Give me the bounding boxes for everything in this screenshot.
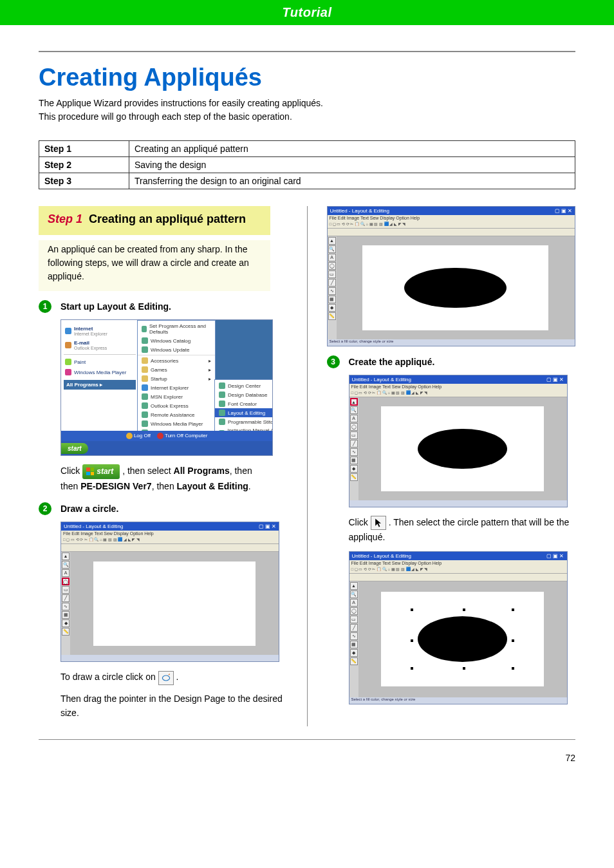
all-programs-item[interactable]: All Programs ▸ bbox=[64, 380, 136, 390]
window-toolbar[interactable]: □ ◻ ▭ ⟲ ⟳ ✂ 📋 🔍 ⌂ ▦ ▧ ▨ 🟦 ◢ ◣ ◤ ◥ bbox=[328, 221, 575, 229]
window-statusbar bbox=[349, 500, 567, 507]
turn-off-button[interactable]: Turn Off Computer bbox=[157, 433, 207, 439]
substep-1-badge: 1 bbox=[39, 300, 51, 313]
window-toolbox: ▲ 🔍 A ◯ ▭ ╱ ∿ ▦ ◆ 📏 bbox=[349, 581, 358, 697]
design-page[interactable] bbox=[93, 561, 256, 646]
step1-body: An appliqué can be created from any shar… bbox=[39, 240, 270, 291]
page-footer: 72 bbox=[0, 740, 614, 776]
substep-3-row: 3 Create the appliqué. bbox=[327, 355, 576, 368]
step-label: Step 3 bbox=[39, 173, 129, 189]
substep-2-badge: 2 bbox=[39, 502, 51, 515]
tool-line[interactable]: ╱ bbox=[62, 594, 70, 602]
step-label: Step 2 bbox=[39, 157, 129, 173]
canvas-area[interactable] bbox=[337, 236, 575, 339]
step1-heading-block: Step 1 Creating an appliqué pattern bbox=[39, 206, 270, 235]
app-screenshot-oval-selected: Untitled - Layout & Editing ▢ ▣ ✕ File E… bbox=[349, 551, 568, 704]
design-page[interactable] bbox=[381, 592, 544, 687]
start-menu-bottom: Log Off Turn Off Computer bbox=[61, 431, 272, 441]
window-controls[interactable]: ▢ ▣ ✕ bbox=[259, 524, 276, 529]
window-toolbar[interactable]: □ ◻ ▭ ⟲ ⟳ ✂ 📋 🔍 ⌂ ▦ ▧ ▨ 🟦 ◢ ◣ ◤ ◥ bbox=[61, 536, 279, 544]
canvas-area[interactable] bbox=[70, 552, 279, 655]
tool-curve[interactable]: ∿ bbox=[62, 603, 70, 610]
right-column: Untitled - Layout & Editing ▢ ▣ ✕ File E… bbox=[327, 206, 576, 726]
window-statusbar bbox=[61, 655, 279, 661]
app-screenshot-oval-drawn: Untitled - Layout & Editing ▢ ▣ ✕ File E… bbox=[327, 206, 576, 346]
step1-heading: Step 1 Creating an appliqué pattern bbox=[48, 212, 261, 226]
tool-pointer[interactable]: ▲ bbox=[62, 552, 70, 560]
taskbar: start bbox=[61, 441, 272, 455]
window-statusbar: Select a fill color, change style or siz… bbox=[328, 339, 575, 346]
substep-3-badge: 3 bbox=[327, 355, 340, 368]
substep-2-row: 2 Draw a circle. bbox=[39, 502, 288, 515]
top-divider bbox=[39, 51, 575, 52]
drawn-oval-selected[interactable] bbox=[418, 616, 507, 662]
window-toolbox: ▲ 🔍 A ◯ ▭ ╱ ∿ ▦ ◆ 📏 bbox=[328, 236, 337, 339]
window-titlebar: Untitled - Layout & Editing ▢ ▣ ✕ bbox=[61, 522, 279, 531]
window-menubar[interactable]: File Edit Image Text Sew Display Option … bbox=[349, 560, 567, 566]
step-label: Step 1 bbox=[39, 141, 129, 157]
tool-zoom[interactable]: 🔍 bbox=[62, 561, 70, 569]
window-statusbar: Select a fill color, change style or siz… bbox=[349, 697, 567, 704]
substep-1-row: 1 Start up Layout & Editing. bbox=[39, 300, 288, 313]
tool-text[interactable]: A bbox=[62, 569, 70, 577]
window-toolbar[interactable]: □ ◻ ▭ ⟲ ⟳ ✂ 📋 🔍 ⌂ ▦ ▧ ▨ 🟦 ◢ ◣ ◤ ◥ bbox=[349, 390, 567, 397]
design-page[interactable] bbox=[381, 406, 544, 491]
pointer-tool-icon bbox=[371, 516, 386, 530]
tool-circle[interactable]: ◯ bbox=[62, 578, 70, 585]
column-divider bbox=[307, 206, 308, 726]
steps-table: Step 1 Creating an appliqué pattern Step… bbox=[39, 140, 575, 189]
design-page[interactable] bbox=[362, 245, 548, 330]
drawn-oval[interactable] bbox=[418, 429, 507, 469]
page-title: Creating Appliqués bbox=[39, 64, 575, 91]
step-desc: Transferring the design to an original c… bbox=[129, 173, 575, 189]
drawn-oval[interactable] bbox=[404, 268, 507, 308]
window-toolbar-2[interactable] bbox=[328, 229, 575, 236]
tool-stamp[interactable]: ◆ bbox=[62, 619, 70, 627]
table-row: Step 3 Transferring the design to an ori… bbox=[39, 173, 575, 189]
start-menu-flyout: Set Program Access and Defaults Windows … bbox=[137, 320, 216, 441]
start-button[interactable]: start bbox=[61, 443, 88, 454]
window-controls[interactable]: ▢ ▣ ✕ bbox=[546, 377, 564, 382]
tutorial-header: Tutorial bbox=[0, 0, 614, 25]
window-toolbox: ▲ 🔍 A ◯ ▭ ╱ ∿ ▦ ◆ 📏 bbox=[349, 397, 358, 500]
start-badge: start bbox=[82, 464, 120, 479]
substep-2-line1: To draw a circle click on . bbox=[60, 670, 288, 684]
step-desc: Saving the design bbox=[129, 157, 575, 173]
tool-measure[interactable]: 📏 bbox=[62, 628, 70, 636]
app-screenshot-select-pointer: Untitled - Layout & Editing ▢ ▣ ✕ File E… bbox=[349, 375, 568, 507]
substep-3-title: Create the appliqué. bbox=[349, 357, 435, 367]
intro-text: The Applique Wizard provides instruction… bbox=[39, 97, 575, 124]
window-toolbar[interactable]: □ ◻ ▭ ⟲ ⟳ ✂ 📋 🔍 ⌂ ▦ ▧ ▨ 🟦 ◢ ◣ ◤ ◥ bbox=[349, 566, 567, 574]
table-row: Step 2 Saving the design bbox=[39, 157, 575, 173]
canvas-area[interactable] bbox=[358, 397, 567, 500]
window-titlebar: Untitled - Layout & Editing ▢ ▣ ✕ bbox=[328, 207, 575, 215]
substep-1-para: Click start , then select All Programs, … bbox=[60, 464, 288, 493]
step1-heading-text: Creating an appliqué pattern bbox=[89, 212, 246, 225]
window-titlebar: Untitled - Layout & Editing ▢ ▣ ✕ bbox=[349, 552, 567, 560]
window-controls[interactable]: ▢ ▣ ✕ bbox=[546, 553, 564, 559]
tutorial-header-text: Tutorial bbox=[283, 5, 332, 19]
left-column: Step 1 Creating an appliqué pattern An a… bbox=[39, 206, 288, 726]
page-content: Creating Appliqués The Applique Wizard p… bbox=[0, 25, 614, 739]
windows-logo-icon bbox=[86, 467, 94, 475]
tool-pointer[interactable]: ▲ bbox=[350, 398, 358, 406]
start-menu-left-panel: InternetInternet Explorer E-mailOutlook … bbox=[61, 320, 138, 441]
substep-2-line2: Then drag the pointer in the Design Page… bbox=[60, 692, 288, 721]
layout-editing-menu-item[interactable]: Layout & Editing bbox=[215, 408, 272, 417]
window-toolbox: ▲ 🔍 A ◯ ▭ ╱ ∿ ▦ ◆ 📏 bbox=[61, 552, 70, 655]
window-menubar[interactable]: File Edit Image Text Sew Display Option … bbox=[61, 531, 279, 536]
log-off-button[interactable]: Log Off bbox=[126, 433, 151, 439]
window-controls[interactable]: ▢ ▣ ✕ bbox=[555, 208, 572, 214]
window-toolbar-2[interactable] bbox=[61, 544, 279, 552]
two-column-layout: Step 1 Creating an appliqué pattern An a… bbox=[39, 206, 575, 726]
window-menubar[interactable]: File Edit Image Text Sew Display Option … bbox=[349, 384, 567, 390]
canvas-area[interactable] bbox=[358, 581, 567, 697]
window-toolbar-2[interactable] bbox=[349, 574, 567, 581]
page-number: 72 bbox=[565, 753, 575, 763]
substep-2-title: Draw a circle. bbox=[60, 504, 118, 514]
table-row: Step 1 Creating an appliqué pattern bbox=[39, 141, 575, 157]
tool-fill[interactable]: ▦ bbox=[62, 611, 70, 619]
tool-rect[interactable]: ▭ bbox=[62, 586, 70, 594]
window-menubar[interactable]: File Edit Image Text Sew Display Option … bbox=[328, 215, 575, 221]
step-desc: Creating an appliqué pattern bbox=[129, 141, 575, 157]
